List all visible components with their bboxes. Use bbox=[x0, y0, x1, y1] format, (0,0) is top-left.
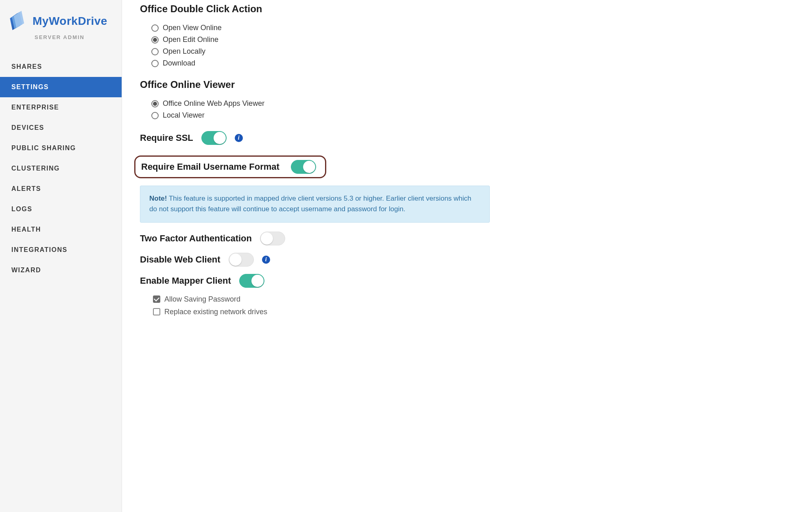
checkbox-icon[interactable] bbox=[153, 308, 160, 315]
radio-icon[interactable] bbox=[151, 24, 159, 32]
enable-mapper-row: Enable Mapper Client bbox=[140, 274, 794, 288]
checkbox-replace-network-drives[interactable]: Replace existing network drives bbox=[153, 308, 794, 316]
enable-mapper-label: Enable Mapper Client bbox=[140, 276, 231, 286]
radio-label: Local Viewer bbox=[163, 111, 205, 120]
sidebar-item-wizard[interactable]: WIZARD bbox=[0, 260, 122, 280]
radio-open-locally[interactable]: Open Locally bbox=[151, 47, 794, 56]
require-email-toggle[interactable] bbox=[291, 160, 316, 174]
radio-icon[interactable] bbox=[151, 36, 159, 44]
nav: SHARES SETTINGS ENTERPRISE DEVICES PUBLI… bbox=[0, 57, 122, 280]
radio-download[interactable]: Download bbox=[151, 59, 794, 68]
enable-mapper-toggle[interactable] bbox=[239, 274, 264, 288]
section-title-double-click: Office Double Click Action bbox=[140, 3, 794, 15]
two-factor-label: Two Factor Authentication bbox=[140, 233, 252, 244]
require-ssl-toggle[interactable] bbox=[201, 131, 227, 145]
radio-icon[interactable] bbox=[151, 112, 159, 119]
note-text: This feature is supported in mapped driv… bbox=[149, 195, 471, 213]
require-ssl-label: Require SSL bbox=[140, 133, 193, 143]
sidebar-item-alerts[interactable]: ALERTS bbox=[0, 179, 122, 199]
two-factor-row: Two Factor Authentication bbox=[140, 232, 794, 245]
radio-web-apps-viewer[interactable]: Office Online Web Apps Viewer bbox=[151, 99, 794, 108]
sidebar-item-clustering[interactable]: CLUSTERING bbox=[0, 158, 122, 179]
sidebar-item-shares[interactable]: SHARES bbox=[0, 57, 122, 77]
section-title-online-viewer: Office Online Viewer bbox=[140, 79, 794, 90]
sidebar-item-settings[interactable]: SETTINGS bbox=[0, 77, 122, 97]
radio-label: Open Locally bbox=[163, 47, 205, 56]
checkbox-icon[interactable] bbox=[153, 295, 160, 303]
require-ssl-row: Require SSL i bbox=[140, 131, 794, 145]
radio-icon[interactable] bbox=[151, 48, 159, 55]
radio-label: Open Edit Online bbox=[163, 35, 218, 44]
brand-logo-icon bbox=[6, 10, 28, 33]
radio-label: Download bbox=[163, 59, 195, 68]
radio-open-edit-online[interactable]: Open Edit Online bbox=[151, 35, 794, 44]
checkbox-allow-saving-password[interactable]: Allow Saving Password bbox=[153, 295, 794, 304]
sidebar-item-enterprise[interactable]: ENTERPRISE bbox=[0, 97, 122, 118]
main-content: Office Double Click Action Open View Onl… bbox=[122, 0, 812, 512]
disable-web-label: Disable Web Client bbox=[140, 254, 220, 265]
note-prefix: Note! bbox=[149, 195, 167, 202]
two-factor-toggle[interactable] bbox=[260, 232, 285, 245]
radio-local-viewer[interactable]: Local Viewer bbox=[151, 111, 794, 120]
radio-icon[interactable] bbox=[151, 60, 159, 67]
require-email-label: Require Email Username Format bbox=[141, 162, 279, 172]
mapper-options: Allow Saving Password Replace existing n… bbox=[153, 295, 794, 316]
sidebar-item-devices[interactable]: DEVICES bbox=[0, 118, 122, 138]
disable-web-row: Disable Web Client i bbox=[140, 253, 794, 267]
checkbox-label: Allow Saving Password bbox=[164, 295, 240, 304]
sidebar: MyWorkDrive SERVER ADMIN SHARES SETTINGS… bbox=[0, 0, 122, 512]
checkbox-label: Replace existing network drives bbox=[164, 308, 267, 316]
radio-label: Open View Online bbox=[163, 24, 222, 32]
sidebar-item-integrations[interactable]: INTEGRATIONS bbox=[0, 240, 122, 260]
require-email-highlight: Require Email Username Format bbox=[134, 155, 326, 178]
sidebar-item-health[interactable]: HEALTH bbox=[0, 219, 122, 240]
sidebar-item-logs[interactable]: LOGS bbox=[0, 199, 122, 219]
radio-icon[interactable] bbox=[151, 100, 159, 107]
brand: MyWorkDrive SERVER ADMIN bbox=[0, 7, 122, 44]
online-viewer-options: Office Online Web Apps Viewer Local View… bbox=[151, 99, 794, 120]
brand-subtitle: SERVER ADMIN bbox=[6, 34, 114, 40]
brand-name: MyWorkDrive bbox=[33, 15, 107, 28]
note-panel: Note! This feature is supported in mappe… bbox=[140, 186, 490, 223]
sidebar-item-public-sharing[interactable]: PUBLIC SHARING bbox=[0, 138, 122, 158]
double-click-options: Open View Online Open Edit Online Open L… bbox=[151, 24, 794, 68]
info-icon[interactable]: i bbox=[235, 134, 243, 142]
radio-label: Office Online Web Apps Viewer bbox=[163, 99, 264, 108]
info-icon[interactable]: i bbox=[262, 256, 270, 264]
disable-web-toggle[interactable] bbox=[229, 253, 254, 267]
radio-open-view-online[interactable]: Open View Online bbox=[151, 24, 794, 32]
brand-row: MyWorkDrive bbox=[6, 10, 114, 33]
